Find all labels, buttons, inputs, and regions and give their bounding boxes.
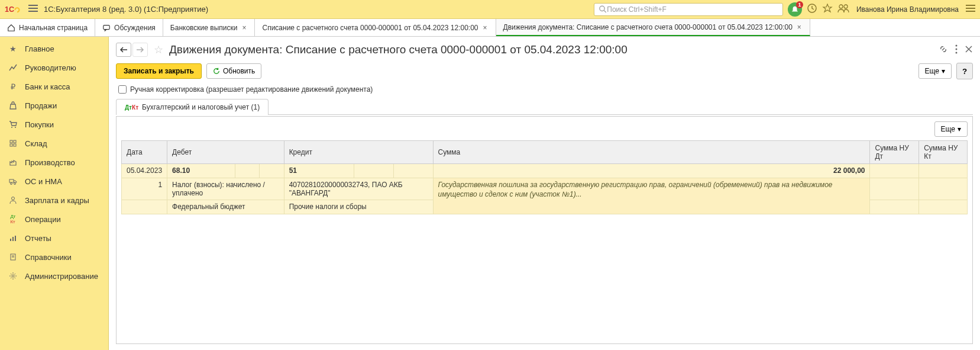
cell-empty xyxy=(235,164,259,178)
page-title: Движения документа: Списание с расчетног… xyxy=(169,43,628,56)
cell-credit-acc: 51 xyxy=(284,164,354,178)
svg-point-14 xyxy=(11,127,12,128)
more-label: Еще xyxy=(941,125,955,133)
table-row[interactable]: 1 Налог (взносы): начислено / уплачено 4… xyxy=(122,178,968,200)
sidebar-item-warehouse[interactable]: Склад xyxy=(0,134,108,153)
tab-movements[interactable]: Движения документа: Списание с расчетног… xyxy=(496,19,810,36)
sidebar-item-manager[interactable]: Руководителю xyxy=(0,58,108,77)
inner-tab-accounting[interactable]: ДтКт Бухгалтерский и налоговый учет (1) xyxy=(116,99,269,115)
kebab-menu-icon[interactable] xyxy=(955,44,958,56)
sidebar-item-purchases[interactable]: Покупки xyxy=(0,115,108,134)
chat-icon xyxy=(102,24,111,32)
sidebar-item-assets[interactable]: ОС и НМА xyxy=(0,172,108,191)
cell-credit-sub1: 40702810200000032743, ПАО АКБ "АВАНГАРД" xyxy=(284,178,433,200)
col-debit[interactable]: Дебет xyxy=(167,141,284,164)
tab-discussions[interactable]: Обсуждения xyxy=(95,19,163,36)
cell-sum: 22 000,00 xyxy=(433,164,870,178)
sidebar-item-operations[interactable]: ДтКтОперации xyxy=(0,210,108,229)
col-credit[interactable]: Кредит xyxy=(284,141,433,164)
tab-home[interactable]: Начальная страница xyxy=(0,19,95,36)
table-row[interactable]: 05.04.2023 68.10 51 22 000,00 xyxy=(122,164,968,178)
svg-point-30 xyxy=(12,275,14,277)
tab-writeoff[interactable]: Списание с расчетного счета 0000-000001 … xyxy=(255,19,496,36)
sidebar-item-directories[interactable]: Справочники xyxy=(0,248,108,266)
table-area: Еще▾ Дата Дебет Кредит Сумма Сумма НУ Дт… xyxy=(116,116,973,344)
cell-comment: Государственная пошлина за государственн… xyxy=(433,178,870,214)
col-date[interactable]: Дата xyxy=(122,141,167,164)
content-area: ☆ Движения документа: Списание с расчетн… xyxy=(109,37,980,350)
svg-rect-24 xyxy=(10,239,11,241)
user-name[interactable]: Иванова Ирина Владимировна xyxy=(856,5,959,14)
chart-icon xyxy=(8,63,18,72)
col-sum[interactable]: Сумма xyxy=(433,141,870,164)
sidebar-item-sales[interactable]: Продажи xyxy=(0,96,108,115)
sidebar-item-hr[interactable]: Зарплата и кадры xyxy=(0,191,108,210)
save-close-button[interactable]: Записать и закрыть xyxy=(116,63,202,79)
movements-table: Дата Дебет Кредит Сумма Сумма НУ Дт Сумм… xyxy=(121,140,968,214)
inner-tab-label: Бухгалтерский и налоговый учет (1) xyxy=(142,103,260,111)
cell-credit-sub2: Прочие налоги и сборы xyxy=(284,200,433,214)
chevron-down-icon: ▾ xyxy=(958,125,961,133)
sidebar-item-bank[interactable]: ₽Банк и касса xyxy=(0,77,108,96)
cell-debit-sub2: Федеральный бюджет xyxy=(167,200,284,214)
tab-close-icon[interactable]: × xyxy=(482,24,489,32)
svg-rect-13 xyxy=(104,25,110,29)
cell-empty xyxy=(260,164,284,178)
table-more-button[interactable]: Еще▾ xyxy=(934,121,968,137)
dtkt-icon: ДтКт xyxy=(8,214,18,224)
svg-point-9 xyxy=(844,5,848,8)
sidebar-item-main[interactable]: ★Главное xyxy=(0,39,108,58)
sidebar-item-label: Склад xyxy=(25,139,47,148)
svg-point-15 xyxy=(15,127,16,128)
chevron-down-icon: ▾ xyxy=(942,67,945,75)
refresh-label: Обновить xyxy=(223,67,255,75)
svg-rect-26 xyxy=(15,236,16,241)
sidebar-item-reports[interactable]: Отчеты xyxy=(0,229,108,248)
search-input[interactable] xyxy=(607,5,778,14)
more-label: Еще xyxy=(925,67,939,75)
titlebar: 1С 1С:Бухгалтерия 8 (ред. 3.0) (1С:Предп… xyxy=(0,0,980,19)
search-box[interactable] xyxy=(594,3,783,16)
refresh-button[interactable]: Обновить xyxy=(206,63,261,79)
link-icon[interactable] xyxy=(939,44,948,56)
svg-rect-17 xyxy=(14,140,16,143)
svg-rect-16 xyxy=(10,140,12,143)
svg-point-4 xyxy=(600,6,604,11)
more-button[interactable]: Еще▾ xyxy=(918,63,952,79)
cell-empty xyxy=(870,178,919,200)
tab-bank-statements[interactable]: Банковские выписки × xyxy=(163,19,255,36)
svg-rect-19 xyxy=(14,144,16,146)
tab-close-icon[interactable]: × xyxy=(241,24,247,32)
history-icon[interactable] xyxy=(807,3,817,15)
sidebar-item-label: Главное xyxy=(25,44,54,53)
nav-back-button[interactable] xyxy=(116,43,131,57)
tab-label: Движения документа: Списание с расчетног… xyxy=(503,23,793,31)
search-icon xyxy=(599,5,607,14)
star-icon: ★ xyxy=(8,44,18,53)
user-icon[interactable] xyxy=(837,4,849,15)
col-sum-nu-dt[interactable]: Сумма НУ Дт xyxy=(870,141,919,164)
close-page-icon[interactable] xyxy=(965,45,973,55)
nav-forward-button[interactable] xyxy=(132,43,148,57)
tab-close-icon[interactable]: × xyxy=(796,23,803,31)
sidebar-item-label: ОС и НМА xyxy=(25,177,62,186)
sidebar-item-label: Администрирование xyxy=(25,272,98,281)
help-button[interactable]: ? xyxy=(956,63,973,79)
panel-menu-icon[interactable] xyxy=(966,4,975,14)
favorites-icon[interactable] xyxy=(822,3,833,15)
cell-debit-acc: 68.10 xyxy=(167,164,235,178)
main-menu-icon[interactable] xyxy=(28,4,38,14)
cell-empty xyxy=(919,178,968,200)
svg-point-8 xyxy=(839,5,843,8)
col-sum-nu-kt[interactable]: Сумма НУ Кт xyxy=(919,141,968,164)
svg-rect-25 xyxy=(12,237,14,241)
svg-point-32 xyxy=(956,48,958,50)
gear-icon xyxy=(8,271,18,281)
report-icon xyxy=(8,233,18,243)
sidebar-item-production[interactable]: Производство xyxy=(0,153,108,172)
notifications-icon[interactable]: 1 xyxy=(788,2,802,17)
notifications-badge: 1 xyxy=(796,1,803,8)
manual-correction-checkbox[interactable] xyxy=(118,85,127,94)
favorite-toggle-icon[interactable]: ☆ xyxy=(154,43,163,56)
sidebar-item-admin[interactable]: Администрирование xyxy=(0,266,108,285)
